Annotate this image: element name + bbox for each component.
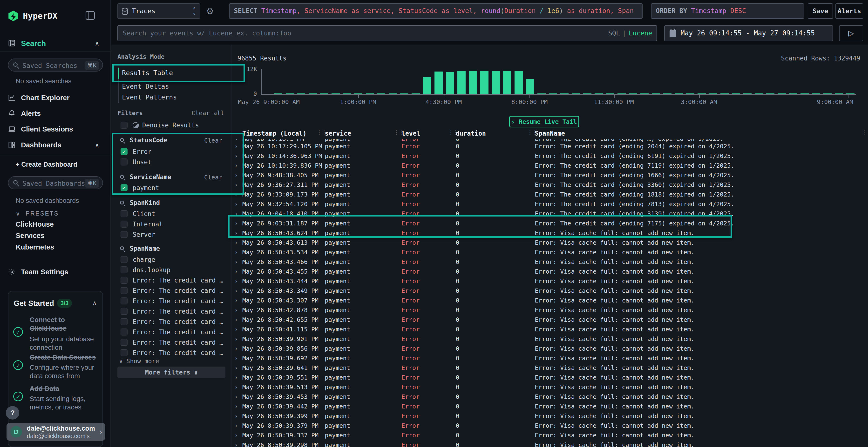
row-expand-chevron[interactable]: › <box>235 307 238 314</box>
saved-dashboards-input[interactable]: Saved Dashboards ⌘K <box>8 176 103 189</box>
clear-statuscode-link[interactable]: Clear <box>204 137 222 144</box>
saved-searches-input[interactable]: Saved Searches ⌘K <box>8 59 103 72</box>
checkbox-unchecked[interactable] <box>121 277 128 284</box>
row-expand-chevron[interactable]: › <box>235 191 238 198</box>
table-row[interactable]: ›May 26 8:50:39.442 PMpaymentError0Error… <box>231 402 868 411</box>
table-row[interactable]: ›May 26 8:50:42.655 PMpaymentError0Error… <box>231 315 868 325</box>
mode-event-deltas[interactable]: Event Deltas <box>122 82 169 90</box>
help-button[interactable]: ? <box>6 406 19 419</box>
mode-results-table[interactable]: Results Table <box>122 69 173 77</box>
row-expand-chevron[interactable]: › <box>235 172 238 179</box>
table-row[interactable]: ›May 26 8:50:39.399 PMpaymentError0Error… <box>231 411 868 421</box>
run-query-button[interactable]: ▷ <box>839 25 863 41</box>
chevron-up-icon[interactable]: ∧ <box>95 40 99 47</box>
row-expand-chevron[interactable]: › <box>235 297 238 304</box>
row-expand-chevron[interactable]: › <box>235 210 238 217</box>
filter-option-error[interactable]: ✓Error <box>121 148 224 157</box>
checkbox-unchecked[interactable] <box>121 220 128 228</box>
column-header-duration[interactable]: duration <box>456 130 486 137</box>
show-more-link[interactable]: ∨ Show more <box>119 358 159 365</box>
column-header-level[interactable]: level <box>401 130 420 137</box>
filter-option-error-the-credit-card-[interactable]: Error: The credit card … <box>121 307 224 317</box>
sql-toggle[interactable]: SQL <box>608 29 620 37</box>
search-input[interactable]: Search your events w/ Lucene ex. column:… <box>117 25 657 41</box>
table-row[interactable]: ›May 26 10:14:36.963 PMpaymentError0Erro… <box>231 151 868 161</box>
preset-services[interactable]: Services <box>16 232 44 240</box>
table-row[interactable]: ›May 26 8:50:39.641 PMpaymentError0Error… <box>231 363 868 373</box>
lucene-toggle[interactable]: Lucene <box>628 29 652 37</box>
filter-option-client[interactable]: Client <box>121 210 224 219</box>
filter-option-internal[interactable]: Internal <box>121 220 224 230</box>
row-expand-chevron[interactable]: › <box>235 181 238 188</box>
preset-kubernetes[interactable]: Kubernetes <box>16 243 54 251</box>
row-expand-chevron[interactable]: › <box>235 316 238 323</box>
table-row[interactable]: ›May 26 8:50:43.624 PMpaymentError0Error… <box>231 228 868 238</box>
row-expand-chevron[interactable]: › <box>235 384 238 391</box>
table-row[interactable]: ›May 26 10:17:29.105 PMpaymentError0Erro… <box>231 142 868 151</box>
checkbox-unchecked[interactable] <box>121 210 128 217</box>
checkbox-unchecked[interactable] <box>121 339 128 346</box>
table-row[interactable]: ›May 26 8:50:39.298 PMpaymentError0Error… <box>231 440 868 447</box>
alerts-button[interactable]: Alerts <box>835 3 863 19</box>
save-button[interactable]: Save <box>808 3 833 19</box>
table-row[interactable]: ›May 26 9:32:54.120 PMpaymentError0Error… <box>231 199 868 209</box>
row-expand-chevron[interactable]: › <box>235 201 238 208</box>
filter-option-dns-lookup[interactable]: dns.lookup <box>121 266 224 276</box>
filter-option-error-the-credit-card-[interactable]: Error: The credit card … <box>121 297 224 307</box>
row-expand-chevron[interactable]: › <box>235 432 238 439</box>
sidebar-item-search[interactable]: Search ∧ <box>0 37 111 50</box>
table-row[interactable]: ›May 26 8:50:39.379 PMpaymentError0Error… <box>231 421 868 431</box>
checkbox-unchecked[interactable] <box>121 329 128 336</box>
checkbox-unchecked[interactable] <box>121 231 128 238</box>
filter-option-error-the-credit-card-[interactable]: Error: The credit card … <box>121 349 224 358</box>
checkbox-unchecked[interactable] <box>121 159 128 166</box>
query-language-toggle[interactable]: SQL|Lucene <box>608 29 652 37</box>
create-dashboard-button[interactable]: + Create Dashboard <box>16 161 78 168</box>
checkbox-unchecked[interactable] <box>121 266 128 273</box>
row-expand-chevron[interactable]: › <box>235 259 238 265</box>
row-expand-chevron[interactable]: › <box>235 278 238 285</box>
filter-option-error-the-credit-card-[interactable]: Error: The credit card … <box>121 338 224 348</box>
table-row[interactable]: ›May 26 8:50:43.466 PMpaymentError0Error… <box>231 257 868 267</box>
row-expand-chevron[interactable]: › <box>235 268 238 275</box>
row-expand-chevron[interactable]: › <box>235 162 238 169</box>
row-expand-chevron[interactable]: › <box>235 365 238 371</box>
checkbox-unchecked[interactable] <box>121 287 128 294</box>
checkbox-unchecked[interactable] <box>121 349 128 356</box>
mode-event-patterns[interactable]: Event Patterns <box>122 94 177 101</box>
checkbox-checked[interactable]: ✓ <box>121 148 128 155</box>
filter-option-payment[interactable]: ✓payment <box>121 184 224 194</box>
sidebar-item-team-settings[interactable]: Team Settings <box>0 266 111 279</box>
filter-option-error-the-credit-card-[interactable]: Error: The credit card … <box>121 328 224 338</box>
sql-select-editor[interactable]: SELECT Timestamp, ServiceName as service… <box>229 3 643 19</box>
chevron-up-icon[interactable]: ∧ <box>92 300 97 306</box>
row-expand-chevron[interactable]: › <box>235 249 238 256</box>
source-select[interactable]: Traces ∧∨ <box>117 3 200 19</box>
row-expand-chevron[interactable]: › <box>235 345 238 352</box>
table-row[interactable]: ›May 26 8:50:43.534 PMpaymentError0Error… <box>231 248 868 257</box>
table-row[interactable]: ›May 26 8:50:43.307 PMpaymentError0Error… <box>231 296 868 305</box>
row-expand-chevron[interactable]: › <box>235 403 238 410</box>
row-expand-chevron[interactable]: › <box>235 355 238 362</box>
table-row[interactable]: ›May 26 8:50:39.513 PMpaymentError0Error… <box>231 382 868 392</box>
filter-option-error-the-credit-card-[interactable]: Error: The credit card … <box>121 286 224 296</box>
row-expand-chevron[interactable]: › <box>235 152 238 160</box>
filter-option-server[interactable]: Server <box>121 231 224 240</box>
column-header-timestamp[interactable]: Timestamp (Local) <box>242 130 306 137</box>
checkbox-unchecked[interactable] <box>121 256 128 263</box>
row-expand-chevron[interactable]: › <box>235 422 238 429</box>
table-row-clipped[interactable]: ›May 26 10:18:… PMpaymentError0Error: Th… <box>231 139 868 142</box>
row-expand-chevron[interactable]: › <box>235 326 238 333</box>
table-row[interactable]: ›May 26 8:50:43.444 PMpaymentError0Error… <box>231 276 868 286</box>
table-row[interactable]: ›May 26 9:03:31.187 PMpaymentError0Error… <box>231 219 868 228</box>
row-expand-chevron[interactable]: › <box>235 230 238 237</box>
resume-live-tail-button[interactable]: ⚡ Resume Live Tail <box>509 116 579 128</box>
presets-section[interactable]: ∨ PRESETS <box>16 210 59 217</box>
clear-all-link[interactable]: Clear all <box>192 110 224 116</box>
table-row[interactable]: ›May 26 9:36:27.311 PMpaymentError0Error… <box>231 180 868 190</box>
checkbox-unchecked[interactable] <box>121 298 128 304</box>
row-expand-chevron[interactable]: › <box>235 239 238 246</box>
denoise-option[interactable]: Denoise Results <box>121 121 224 131</box>
column-resize-handle[interactable]: ⋮⋮ <box>316 129 326 136</box>
row-expand-chevron[interactable]: › <box>235 442 238 447</box>
